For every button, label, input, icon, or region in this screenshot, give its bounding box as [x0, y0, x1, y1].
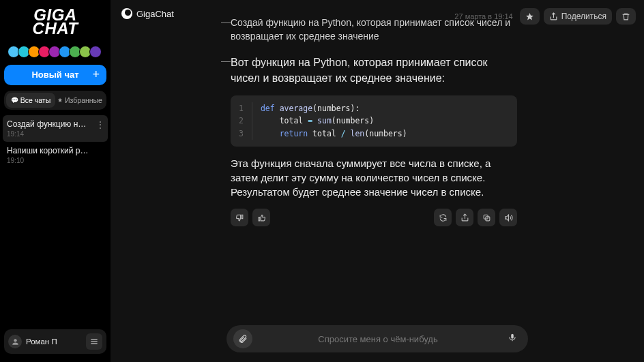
brand: GigaChat — [121, 8, 231, 19]
svg-point-0 — [14, 339, 16, 342]
star-icon: ★ — [57, 97, 63, 104]
chat-item-title: Напиши короткий расс... — [7, 146, 89, 155]
chat-icon: 💬 — [11, 97, 18, 104]
chat-list-item[interactable]: Создай функцию на Py... 19:14 ⋮ — [3, 115, 108, 142]
speak-button[interactable] — [499, 209, 517, 226]
message-input[interactable] — [252, 334, 503, 344]
attach-button[interactable] — [233, 329, 252, 348]
brand-label: GigaChat — [136, 9, 174, 19]
assistant-message: — Вот функция на Python, которая принима… — [221, 55, 633, 226]
new-chat-button[interactable]: Новый чат + — [4, 65, 106, 85]
new-chat-label: Новый чат — [31, 70, 78, 80]
top-actions: 27 марта в 19:14 Поделиться — [454, 8, 636, 25]
message-input-bar — [226, 325, 528, 352]
chat-item-title: Создай функцию на Py... — [7, 119, 89, 129]
share-message-button[interactable] — [456, 209, 473, 226]
chat-list: Создай функцию на Py... 19:14 ⋮ Напиши к… — [3, 115, 108, 327]
plus-icon: + — [92, 67, 100, 82]
thumbs-down-button[interactable] — [231, 209, 248, 226]
sidebar: GIGA CHAT Новый чат + 💬 Все чаты ★ Избра… — [0, 0, 111, 362]
code-block: 123 def average(numbers): total = sum(nu… — [231, 95, 517, 147]
main-panel: GigaChat 27 марта в 19:14 Поделиться — С… — [111, 0, 644, 362]
assistant-outro-text: Эта функция сначала суммирует все числа … — [231, 156, 517, 199]
assistant-avatar-icon[interactable] — [89, 46, 102, 58]
user-avatar-icon[interactable] — [8, 335, 22, 348]
chat-item-time: 19:14 — [7, 130, 104, 138]
menu-button[interactable] — [86, 333, 102, 350]
delete-button[interactable] — [616, 8, 636, 25]
conversation: — Создай функцию на Python, которая прин… — [111, 19, 644, 325]
favorite-button[interactable] — [520, 8, 540, 25]
dash-icon: — — [221, 19, 231, 43]
tab-all-label: Все чаты — [20, 96, 50, 104]
tab-favorites[interactable]: ★ Избранные — [55, 93, 104, 108]
sidebar-footer: Роман П — [4, 329, 106, 354]
brand-icon — [121, 8, 132, 19]
tab-all-chats[interactable]: 💬 Все чаты — [6, 93, 55, 108]
assistant-avatars-row[interactable] — [3, 43, 108, 65]
app-logo: GIGA CHAT — [3, 5, 108, 43]
share-button[interactable]: Поделиться — [544, 8, 612, 25]
copy-button[interactable] — [478, 209, 495, 226]
chat-item-more-icon[interactable]: ⋮ — [96, 119, 105, 130]
chat-list-item[interactable]: Напиши короткий расс... 19:10 — [3, 142, 108, 168]
svg-rect-6 — [511, 334, 514, 339]
thumbs-up-button[interactable] — [252, 209, 270, 226]
code-content: def average(numbers): total = sum(number… — [261, 102, 407, 140]
tab-fav-label: Избранные — [65, 96, 102, 104]
assistant-intro-text: Вот функция на Python, которая принимает… — [231, 55, 517, 86]
message-actions — [231, 209, 517, 226]
share-label: Поделиться — [561, 12, 606, 21]
chat-item-time: 19:10 — [7, 157, 104, 164]
regenerate-button[interactable] — [434, 209, 452, 226]
user-name: Роман П — [26, 337, 82, 346]
line-numbers: 123 — [239, 102, 252, 140]
dash-icon: — — [221, 55, 231, 226]
chat-filter-tabs: 💬 Все чаты ★ Избранные — [4, 91, 106, 110]
chat-timestamp: 27 марта в 19:14 — [454, 12, 512, 20]
mic-button[interactable] — [503, 333, 521, 345]
